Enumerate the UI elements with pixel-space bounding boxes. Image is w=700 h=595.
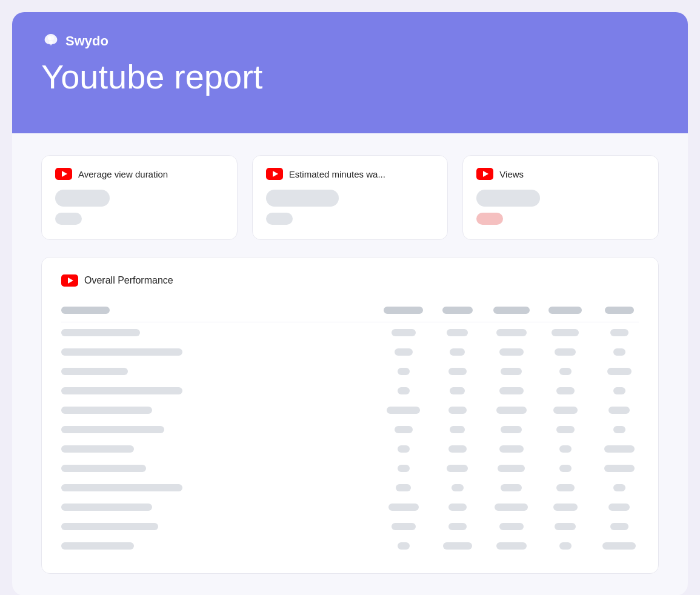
row-cell — [613, 387, 625, 394]
card-header: Views — [476, 168, 645, 180]
row-cell — [499, 523, 524, 530]
row-cell — [448, 407, 467, 414]
metric-cards-row: Average view duration Estimated minutes … — [41, 155, 659, 240]
page-container: Swydo Youtube report Average view durati… — [12, 12, 688, 595]
row-cell — [395, 426, 413, 433]
table-row — [61, 343, 639, 362]
row-cell — [392, 329, 416, 336]
youtube-icon — [476, 168, 493, 180]
row-cell — [395, 348, 413, 356]
table-row — [61, 517, 639, 537]
table-row — [61, 324, 639, 343]
logo: Swydo — [41, 32, 659, 51]
skeleton-badge — [476, 213, 503, 225]
table-row — [61, 537, 639, 556]
table-row — [61, 420, 639, 440]
row-cell — [613, 426, 625, 433]
row-cell — [61, 348, 182, 356]
youtube-icon — [61, 274, 78, 287]
skeleton-value — [266, 190, 339, 207]
table-row — [61, 401, 639, 420]
row-cell — [61, 407, 152, 414]
swydo-logo-icon — [41, 32, 61, 51]
row-cell — [396, 484, 411, 491]
row-cell — [398, 542, 410, 550]
row-cell — [61, 484, 182, 491]
row-cell — [553, 407, 578, 414]
row-cell — [61, 426, 164, 433]
youtube-icon — [266, 168, 283, 180]
row-cell — [613, 484, 625, 491]
row-cell — [448, 504, 467, 511]
row-cell — [448, 368, 467, 375]
page-header: Swydo Youtube report — [12, 12, 688, 133]
row-cell — [447, 465, 468, 472]
row-cell — [604, 445, 635, 453]
card-header: Estimated minutes wa... — [266, 168, 435, 180]
row-cell — [496, 542, 527, 550]
row-cell — [501, 484, 522, 491]
row-cell — [610, 329, 628, 336]
row-cell — [398, 465, 410, 472]
row-cell — [447, 329, 468, 336]
row-cell — [602, 542, 636, 550]
row-cell — [555, 348, 576, 356]
skeleton-value — [476, 190, 540, 207]
row-cell — [452, 484, 464, 491]
row-cell — [450, 348, 465, 356]
row-cell — [61, 542, 134, 550]
row-cell — [61, 329, 140, 336]
row-cell — [496, 329, 527, 336]
perf-title: Overall Performance — [84, 275, 173, 286]
col-header-5 — [548, 307, 582, 314]
youtube-icon — [55, 168, 72, 180]
row-cell — [559, 445, 572, 453]
row-cell — [607, 368, 632, 375]
avg-view-duration-card: Average view duration — [41, 155, 238, 240]
row-cell — [499, 445, 524, 453]
table-row — [61, 362, 639, 382]
table-row — [61, 459, 639, 479]
content-area: Average view duration Estimated minutes … — [12, 133, 688, 595]
row-cell — [61, 387, 182, 394]
row-cell — [61, 523, 158, 530]
row-cell — [495, 504, 528, 511]
page-title: Youtube report — [41, 58, 659, 96]
row-cell — [556, 484, 575, 491]
col-header-6 — [605, 307, 634, 314]
row-cell — [559, 368, 572, 375]
card-title: Views — [499, 169, 524, 179]
row-cell — [499, 387, 524, 394]
row-cell — [61, 445, 134, 453]
card-title: Average view duration — [78, 169, 168, 179]
row-cell — [450, 387, 465, 394]
row-cell — [501, 368, 522, 375]
row-cell — [387, 407, 420, 414]
row-cell — [443, 542, 472, 550]
perf-card-header: Overall Performance — [61, 274, 639, 287]
row-cell — [555, 523, 576, 530]
row-cell — [608, 407, 630, 414]
row-cell — [496, 407, 527, 414]
skeleton-value — [55, 190, 110, 207]
skeleton-label — [55, 213, 82, 225]
col-header-4 — [493, 307, 530, 314]
col-header-3 — [442, 307, 473, 314]
row-cell — [501, 426, 522, 433]
row-cell — [553, 504, 578, 511]
row-cell — [604, 465, 635, 472]
row-cell — [498, 465, 525, 472]
overall-performance-card: Overall Performance — [41, 257, 659, 574]
divider — [61, 322, 639, 322]
col-header-2 — [384, 307, 423, 314]
row-cell — [398, 368, 410, 375]
row-cell — [398, 445, 410, 453]
row-cell — [556, 387, 575, 394]
table-row — [61, 498, 639, 517]
row-cell — [388, 504, 419, 511]
row-cell — [556, 426, 575, 433]
table-row — [61, 479, 639, 498]
table-row — [61, 440, 639, 459]
row-cell — [552, 329, 579, 336]
row-cell — [448, 523, 467, 530]
